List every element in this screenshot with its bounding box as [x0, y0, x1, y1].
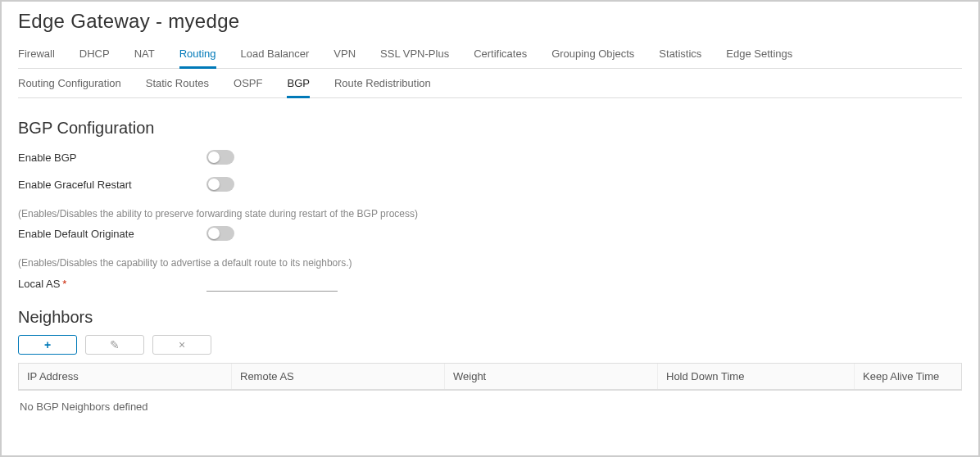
graceful-restart-help: (Enables/Disables the ability to preserv… [18, 208, 962, 219]
tab-firewall[interactable]: Firewall [18, 41, 55, 68]
routing-subtabs: Routing Configuration Static Routes OSPF… [18, 69, 962, 98]
tab-load-balancer[interactable]: Load Balancer [241, 41, 310, 68]
edge-gateway-window: Edge Gateway - myedge Firewall DHCP NAT … [0, 0, 980, 457]
bgp-configuration-title: BGP Configuration [18, 119, 962, 138]
local-as-row: Local AS* [18, 275, 962, 292]
enable-bgp-label: Enable BGP [18, 152, 206, 164]
tab-statistics[interactable]: Statistics [659, 41, 701, 68]
tab-dhcp[interactable]: DHCP [79, 41, 110, 68]
plus-icon: + [44, 338, 51, 351]
tab-certificates[interactable]: Certificates [474, 41, 527, 68]
neighbors-title: Neighbors [18, 308, 962, 327]
edit-icon: ✎ [110, 338, 120, 351]
tab-ssl-vpn-plus[interactable]: SSL VPN-Plus [380, 41, 449, 68]
neighbors-table: IP Address Remote AS Weight Hold Down Ti… [18, 363, 962, 391]
subtab-routing-configuration[interactable]: Routing Configuration [18, 69, 121, 97]
local-as-label-text: Local AS [18, 278, 60, 290]
neighbors-table-header: IP Address Remote AS Weight Hold Down Ti… [19, 364, 961, 390]
local-as-input[interactable] [206, 275, 338, 292]
neighbors-empty-message: No BGP Neighbors defined [18, 391, 962, 423]
delete-neighbor-button[interactable]: × [152, 335, 211, 355]
graceful-restart-label: Enable Graceful Restart [18, 179, 206, 191]
default-originate-row: Enable Default Originate [18, 226, 962, 241]
subtab-ospf[interactable]: OSPF [234, 69, 262, 97]
page-title: Edge Gateway - myedge [18, 10, 962, 33]
graceful-restart-toggle[interactable] [206, 177, 234, 192]
column-hold-down-time[interactable]: Hold Down Time [658, 364, 855, 389]
tab-nat[interactable]: NAT [134, 41, 155, 68]
column-remote-as[interactable]: Remote AS [232, 364, 445, 389]
local-as-label: Local AS* [18, 278, 206, 290]
tab-edge-settings[interactable]: Edge Settings [726, 41, 792, 68]
column-weight[interactable]: Weight [445, 364, 658, 389]
default-originate-help: (Enables/Disables the capability to adve… [18, 257, 962, 269]
column-keep-alive-time[interactable]: Keep Alive Time [855, 364, 961, 389]
default-originate-toggle[interactable] [206, 226, 234, 241]
tab-vpn[interactable]: VPN [333, 41, 356, 68]
subtab-bgp[interactable]: BGP [287, 69, 309, 97]
column-ip-address[interactable]: IP Address [19, 364, 232, 389]
subtab-route-redistribution[interactable]: Route Redistribution [334, 69, 431, 97]
primary-tabs: Firewall DHCP NAT Routing Load Balancer … [18, 41, 962, 69]
add-neighbor-button[interactable]: + [18, 335, 77, 355]
required-asterisk: * [62, 278, 66, 290]
neighbors-toolbar: + ✎ × [18, 335, 962, 355]
enable-bgp-row: Enable BGP [18, 150, 962, 165]
tab-routing[interactable]: Routing [179, 41, 216, 68]
subtab-static-routes[interactable]: Static Routes [146, 69, 209, 97]
default-originate-label: Enable Default Originate [18, 228, 206, 240]
graceful-restart-row: Enable Graceful Restart [18, 177, 962, 192]
enable-bgp-toggle[interactable] [206, 150, 234, 165]
delete-icon: × [179, 338, 185, 351]
tab-grouping-objects[interactable]: Grouping Objects [551, 41, 634, 68]
edit-neighbor-button[interactable]: ✎ [85, 335, 144, 355]
